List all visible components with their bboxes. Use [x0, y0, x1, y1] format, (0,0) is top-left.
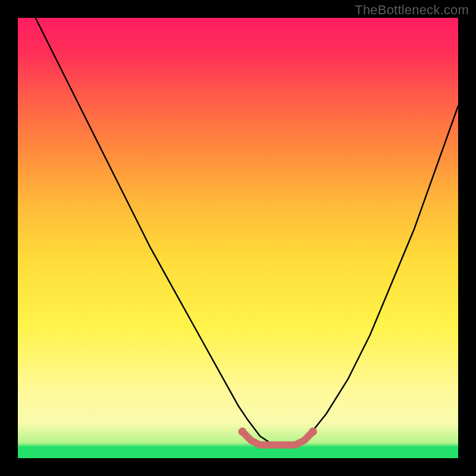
svg-point-0 — [238, 428, 246, 436]
watermark-text: TheBottleneck.com — [355, 2, 469, 18]
svg-point-1 — [309, 428, 317, 436]
plot-area — [18, 18, 458, 458]
optimal-band-overlay — [238, 428, 317, 445]
main-curve — [36, 18, 458, 445]
chart-frame: TheBottleneck.com — [0, 0, 476, 476]
curve-svg — [18, 18, 458, 458]
